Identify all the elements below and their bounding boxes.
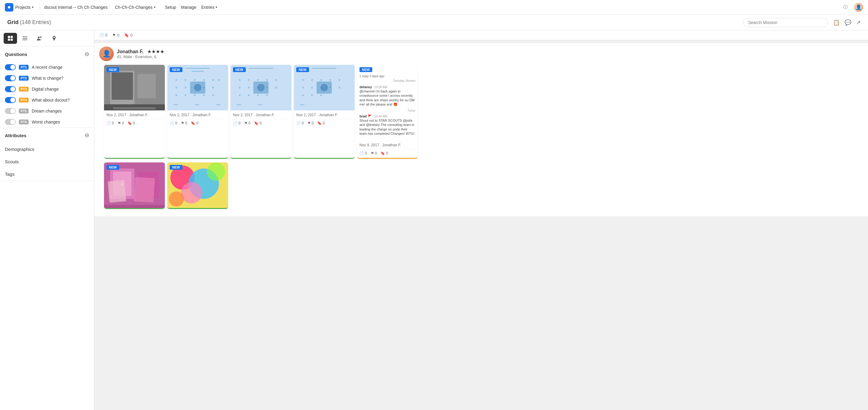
messages-icon[interactable]: 💬 <box>845 19 851 26</box>
chat-time-1: 10:00 AM <box>374 86 387 89</box>
entry-card-2[interactable]: NEW <box>167 65 228 159</box>
svg-rect-7 <box>23 38 27 39</box>
pt2-label: What is change? <box>32 76 63 81</box>
pt3-label: Digital change <box>32 87 59 92</box>
search-mission-input[interactable] <box>743 18 828 27</box>
list-view-button[interactable] <box>18 33 32 44</box>
tags-item[interactable]: Tags <box>0 168 94 180</box>
svg-rect-13 <box>112 72 133 100</box>
svg-point-45 <box>248 79 250 81</box>
info-icon[interactable]: ⓘ <box>842 4 849 11</box>
entry-card-5[interactable]: NEW 1 reply 3 days ago Tuesday, Novem de… <box>357 65 418 159</box>
attributes-header: Attributes ⊖ <box>0 128 94 143</box>
svg-point-94 <box>207 162 225 181</box>
main-layout: Questions ⊖ PT1 A recent change PT2 What… <box>0 30 868 410</box>
entry-1-stat-1: 📄 0 <box>106 121 114 125</box>
svg-point-70 <box>302 87 304 89</box>
pt4-label: What about dscout? <box>32 98 70 102</box>
entry-card-5-footer: Nov 9, 2017 · Jonathan F. 📄 0 ⚑ 0 🔖 0 <box>357 140 418 158</box>
svg-rect-40 <box>195 104 199 105</box>
pt6-toggle[interactable] <box>5 119 16 125</box>
svg-point-67 <box>320 79 322 81</box>
grid-view-button[interactable] <box>4 33 17 44</box>
chat-sender-2: brad 🚩 <box>360 114 372 118</box>
pt5-toggle[interactable] <box>5 108 16 114</box>
entry-card-1[interactable]: NEW Nov 2, 2017 · Jonathan F. <box>104 65 165 159</box>
entry-1-stat-2: ⚑ 0 <box>118 121 124 125</box>
question-item-pt6[interactable]: PT6 Worst changes <box>0 117 94 127</box>
svg-rect-41 <box>216 104 220 105</box>
bottom-card-1[interactable]: NEW 📋 <box>104 162 165 209</box>
svg-rect-5 <box>11 39 13 41</box>
svg-point-35 <box>212 94 214 96</box>
svg-rect-6 <box>23 36 27 37</box>
demographics-label: Demographics <box>5 147 34 152</box>
mission-arrow-icon: ▾ <box>154 5 155 9</box>
svg-point-65 <box>302 79 304 81</box>
top-bar-count-2: ⚑ 0 <box>112 33 119 37</box>
entry-card-5-image: NEW 1 reply 3 days ago Tuesday, Novem de… <box>357 65 418 140</box>
svg-rect-19 <box>192 71 204 72</box>
pt4-toggle[interactable] <box>5 97 16 103</box>
notes-icon[interactable]: 📋 <box>833 19 840 26</box>
participant-rating: ★★★★ <box>147 49 164 55</box>
pt3-toggle[interactable] <box>5 86 16 92</box>
user-avatar[interactable]: 👤 <box>854 3 863 12</box>
map-view-button[interactable] <box>48 33 61 44</box>
entry-card-4[interactable]: NEW <box>294 65 354 159</box>
svg-rect-3 <box>11 36 13 38</box>
pt1-toggle[interactable] <box>5 64 16 70</box>
question-item-pt3[interactable]: PT3 Digital change <box>0 84 94 95</box>
people-view-button[interactable] <box>33 33 46 44</box>
content-area: 📄 0 ⚑ 0 🔖 0 👤 Jonathan F. ★ <box>94 30 868 410</box>
new-badge-7: NEW <box>170 165 183 170</box>
entry-card-1-image: NEW <box>104 65 165 111</box>
question-item-pt4[interactable]: PT4 What about dscout? <box>0 95 94 105</box>
question-item-pt1[interactable]: PT1 A recent change <box>0 62 94 73</box>
setup-link[interactable]: Setup <box>163 5 179 10</box>
question-item-pt5[interactable]: PT5 Dream changes <box>0 105 94 117</box>
svg-point-10 <box>40 36 42 38</box>
svg-point-49 <box>239 87 241 89</box>
chat-sender-1: delaney <box>360 85 372 89</box>
nav-right: ⓘ 👤 <box>842 3 863 12</box>
projects-menu[interactable]: Projects ▾ <box>15 5 33 10</box>
bottom-card-2[interactable]: NEW <box>167 162 228 209</box>
pt2-toggle[interactable] <box>5 75 16 81</box>
projects-arrow-icon: ▾ <box>32 5 33 9</box>
svg-point-32 <box>185 94 186 96</box>
svg-point-25 <box>218 79 220 81</box>
svg-point-56 <box>257 94 259 96</box>
entry-card-3[interactable]: NEW <box>230 65 291 159</box>
svg-rect-89 <box>134 177 155 202</box>
svg-rect-18 <box>186 68 210 69</box>
svg-point-33 <box>194 94 195 96</box>
app-logo <box>5 3 13 11</box>
svg-rect-88 <box>108 180 126 203</box>
svg-rect-8 <box>23 39 27 40</box>
entry-card-2-image: NEW <box>167 65 228 111</box>
new-badge-6: NEW <box>106 165 119 170</box>
svg-point-50 <box>248 87 250 89</box>
bookmark-icon-s: 🔖 <box>127 121 132 125</box>
manage-link[interactable]: Manage <box>179 5 199 10</box>
entries-link[interactable]: Entries ▾ <box>199 5 220 10</box>
svg-point-54 <box>239 94 241 96</box>
demographics-item[interactable]: Demographics <box>0 143 94 155</box>
entry-card-1-footer: Nov 2, 2017 · Jonathan F. 📄 0 ⚑ 0 <box>104 111 165 128</box>
scouts-item[interactable]: Scouts <box>0 155 94 168</box>
flag-icon-s: ⚑ <box>118 121 121 125</box>
mission-name-link[interactable]: Ch-Ch-Ch-Changes ▾ <box>113 5 158 10</box>
project-name-link[interactable]: dscout Internal -- Ch Ch Changes <box>42 5 110 10</box>
svg-point-1 <box>8 6 10 8</box>
pt4-badge: PT4 <box>19 98 29 102</box>
questions-header: Questions ⊖ <box>0 46 94 62</box>
chat-text-2: Shout out to STAR SCOUTS @julia and @lin… <box>360 118 415 136</box>
export-icon[interactable]: ↗ <box>856 19 861 26</box>
svg-point-34 <box>203 94 205 96</box>
bookmark-icon: 🔖 <box>124 33 129 37</box>
questions-collapse-icon[interactable]: ⊖ <box>85 51 89 58</box>
pt6-badge: PT6 <box>19 120 29 124</box>
attributes-collapse-icon[interactable]: ⊖ <box>85 132 89 139</box>
question-item-pt2[interactable]: PT2 What is change? <box>0 73 94 84</box>
